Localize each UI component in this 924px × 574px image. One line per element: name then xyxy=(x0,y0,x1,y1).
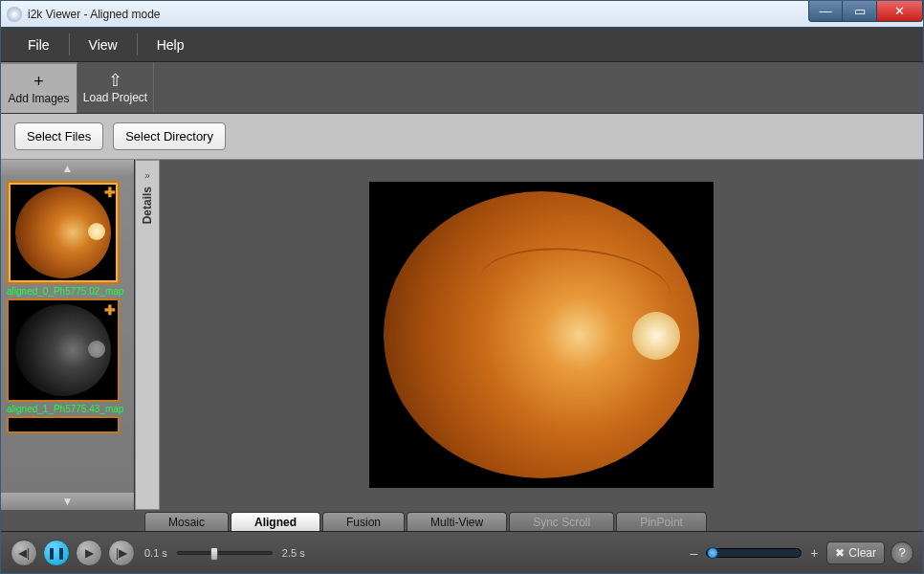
step-back-button[interactable]: ◀| xyxy=(11,540,37,566)
close-button[interactable]: ✕ xyxy=(877,1,923,22)
thumbnail-list: ✚ aligned_0_Ph5775.02_map ✚ aligned_1_Ph… xyxy=(1,177,134,493)
window-controls: — ▭ ✕ xyxy=(808,1,923,22)
scroll-up-button[interactable]: ▲ xyxy=(1,160,134,177)
clear-label: Clear xyxy=(848,546,876,560)
add-overlay-icon[interactable]: ✚ xyxy=(104,302,116,318)
tab-pinpoint: PinPoint xyxy=(616,512,707,531)
image-frame xyxy=(369,182,714,488)
select-directory-button[interactable]: Select Directory xyxy=(113,122,226,150)
tab-syncscroll: Sync Scroll xyxy=(509,512,614,531)
tab-aligned[interactable]: Aligned xyxy=(231,512,320,531)
main-canvas[interactable] xyxy=(160,160,923,510)
retina-thumb-icon xyxy=(15,187,111,278)
load-project-button[interactable]: ⇧ Load Project xyxy=(77,62,154,113)
maximize-button[interactable]: ▭ xyxy=(843,1,877,22)
menu-view[interactable]: View xyxy=(70,28,137,61)
zoom-slider[interactable] xyxy=(706,548,802,558)
tab-fusion[interactable]: Fusion xyxy=(322,512,405,531)
retina-thumb-icon xyxy=(15,304,111,396)
thumbnail-label: aligned_1_Ph5775.43_map xyxy=(7,404,128,414)
thumbnail-sidebar: ▲ ✚ aligned_0_Ph5775.02_map ✚ aligned_1_… xyxy=(1,160,135,510)
select-files-button[interactable]: Select Files xyxy=(14,122,103,150)
add-images-label: Add Images xyxy=(8,92,69,105)
footer-bar: ◀| ❚❚ ▶ |▶ 0.1 s 2.5 s – + ✖ Clear ? xyxy=(1,531,923,573)
sub-toolbar: Select Files Select Directory xyxy=(1,114,923,160)
window-title: i2k Viewer - Aligned mode xyxy=(28,8,161,21)
retina-image xyxy=(384,191,699,478)
toolbar: + Add Images ⇧ Load Project xyxy=(1,62,923,114)
zoom-knob[interactable] xyxy=(707,547,718,559)
menubar: File View Help xyxy=(1,28,923,62)
clear-button[interactable]: ✖ Clear xyxy=(826,541,885,564)
zoom-out-button[interactable]: – xyxy=(687,545,700,561)
play-button[interactable]: ▶ xyxy=(76,540,102,566)
thumbnail-label: aligned_0_Ph5775.02_map xyxy=(7,286,128,297)
tab-multiview[interactable]: Multi-View xyxy=(407,512,507,531)
up-arrow-icon: ⇧ xyxy=(108,72,122,89)
scroll-down-button[interactable]: ▼ xyxy=(1,493,134,510)
workspace: ▲ ✚ aligned_0_Ph5775.02_map ✚ aligned_1_… xyxy=(1,160,923,510)
chevron-right-icon: » xyxy=(144,170,150,181)
tab-mosaic[interactable]: Mosaic xyxy=(144,512,229,531)
thumbnail-item[interactable]: ✚ xyxy=(7,181,120,284)
add-overlay-icon[interactable]: ✚ xyxy=(104,185,116,200)
zoom-in-button[interactable]: + xyxy=(807,545,821,561)
titlebar[interactable]: i2k Viewer - Aligned mode — ▭ ✕ xyxy=(1,1,923,28)
time-max-label: 2.5 s xyxy=(282,547,305,559)
add-images-button[interactable]: + Add Images xyxy=(1,62,77,113)
details-label: Details xyxy=(141,187,154,224)
thumbnail-item[interactable]: ✚ xyxy=(7,298,120,402)
app-icon xyxy=(7,7,22,22)
load-project-label: Load Project xyxy=(83,91,147,104)
slider-knob[interactable] xyxy=(210,547,218,561)
details-drawer-toggle[interactable]: » Details xyxy=(135,160,160,510)
help-button[interactable]: ? xyxy=(891,541,913,564)
menu-help[interactable]: Help xyxy=(138,28,204,61)
time-min-label: 0.1 s xyxy=(144,547,167,559)
pause-button[interactable]: ❚❚ xyxy=(43,540,70,566)
thumbnail-item[interactable] xyxy=(7,416,120,433)
plus-icon: + xyxy=(33,73,44,90)
menu-file[interactable]: File xyxy=(9,28,69,61)
view-mode-tabs: Mosaic Aligned Fusion Multi-View Sync Sc… xyxy=(1,510,923,531)
x-icon: ✖ xyxy=(835,546,845,560)
speed-slider[interactable] xyxy=(177,551,273,555)
app-window: i2k Viewer - Aligned mode — ▭ ✕ File Vie… xyxy=(0,0,924,574)
minimize-button[interactable]: — xyxy=(808,1,843,22)
step-forward-button[interactable]: |▶ xyxy=(108,540,135,566)
